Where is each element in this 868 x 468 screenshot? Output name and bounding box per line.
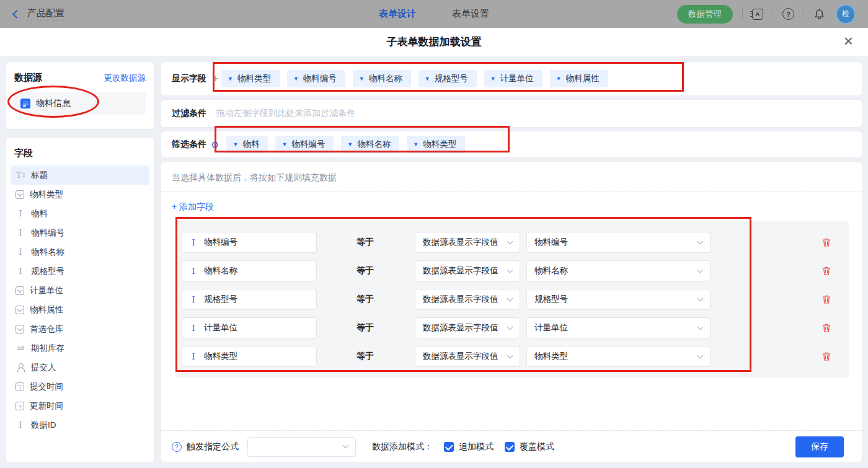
datasource-item[interactable]: 物料信息 <box>14 92 146 115</box>
delete-row-icon[interactable] <box>822 266 831 276</box>
save-button[interactable]: 保存 <box>795 436 844 457</box>
text-field-icon <box>188 237 198 247</box>
datasource-title: 数据源 <box>14 72 42 84</box>
chevron-down-icon <box>698 352 704 358</box>
operator-label: 等于 <box>356 294 415 305</box>
operator-label: 等于 <box>356 265 415 276</box>
field-tag[interactable]: ▼ 物料类型 <box>221 70 280 87</box>
field-type-icon <box>16 209 25 219</box>
field-tag-label: 物料类型 <box>237 73 271 84</box>
field-type-icon <box>16 267 25 276</box>
source-select[interactable]: 数据源表显示字段值 <box>415 232 520 253</box>
field-list-item[interactable]: 物料 <box>11 204 149 223</box>
tab-form-design[interactable]: 表单设计 <box>379 8 416 20</box>
address-book-icon[interactable]: A <box>752 9 763 20</box>
field-list-item[interactable]: 物料属性 <box>11 300 149 319</box>
delete-row-icon[interactable] <box>822 323 831 333</box>
overwrite-mode-label: 覆盖模式 <box>520 441 554 453</box>
text-field-icon <box>188 351 198 361</box>
field-type-icon <box>16 228 25 238</box>
modal-header: 子表单数据加载设置 × <box>0 28 868 56</box>
field-tag[interactable]: ▼ 物料编号 <box>275 136 334 153</box>
tab-form-settings[interactable]: 表单设置 <box>452 8 489 20</box>
checkbox-checked-icon[interactable] <box>444 442 454 452</box>
source-select[interactable]: 数据源表显示字段值 <box>415 289 520 310</box>
target-select-value: 计量单位 <box>534 322 568 333</box>
field-tag-label: 物料 <box>242 139 259 150</box>
field-type-icon <box>16 402 24 410</box>
target-select[interactable]: 物料编号 <box>526 232 711 253</box>
fields-panel: 字段 标题 物料类型 <box>5 137 155 463</box>
field-tag[interactable]: ▼ 规格型号 <box>418 70 477 87</box>
field-list-item[interactable]: 数据ID <box>11 415 149 435</box>
delete-row-icon[interactable] <box>822 294 831 304</box>
field-list-item[interactable]: 物料编号 <box>11 223 149 242</box>
sidebar: 数据源 更改数据源 物料信息 字段 标题 <box>5 61 155 463</box>
back-button[interactable]: 产品配置 <box>14 7 64 21</box>
datasource-item-label: 物料信息 <box>36 98 71 109</box>
mapping-field-input[interactable]: 物料编号 <box>182 232 317 253</box>
field-list: 标题 物料类型 物料 <box>11 166 149 435</box>
help-circle-icon[interactable]: ? <box>172 442 182 452</box>
field-list-item[interactable]: 物料名称 <box>11 242 149 262</box>
overwrite-mode-option[interactable]: 覆盖模式 <box>505 441 554 453</box>
field-list-item[interactable]: 物料类型 <box>11 185 149 204</box>
help-icon[interactable]: ? <box>782 8 794 20</box>
target-select[interactable]: 计量单位 <box>526 317 711 338</box>
mapping-field-label: 规格型号 <box>204 294 237 305</box>
source-select[interactable]: 数据源表显示字段值 <box>415 260 520 281</box>
mapping-field-input[interactable]: 规格型号 <box>182 289 317 310</box>
delete-row-icon[interactable] <box>822 237 831 247</box>
mapping-field-label: 物料类型 <box>204 351 237 362</box>
data-manage-button[interactable]: 数据管理 <box>677 5 733 24</box>
field-list-item[interactable]: 标题 <box>11 166 149 185</box>
field-tag[interactable]: ▼ 物料类型 <box>407 136 465 153</box>
change-datasource-link[interactable]: 更改数据源 <box>104 73 146 84</box>
chevron-down-icon <box>698 238 704 244</box>
close-icon[interactable]: × <box>844 33 853 49</box>
mapping-field-input[interactable]: 物料名称 <box>182 260 317 281</box>
source-select[interactable]: 数据源表显示字段值 <box>415 317 520 338</box>
field-list-item[interactable]: 期初库存 <box>11 338 149 358</box>
user-avatar[interactable]: 检 <box>837 6 854 23</box>
field-type-icon <box>16 286 24 295</box>
add-field-link[interactable]: + 添加字段 <box>161 192 225 221</box>
chevron-down-icon <box>698 267 704 273</box>
checkbox-checked-icon[interactable] <box>505 442 515 452</box>
field-list-item[interactable]: 首选仓库 <box>11 319 149 338</box>
mapping-field-input[interactable]: 物料类型 <box>182 346 317 367</box>
filter-drop-zone[interactable]: 拖动左侧字段到此处来添加过滤条件 <box>216 108 355 119</box>
field-tag[interactable]: ▼ 物料编号 <box>287 70 345 87</box>
field-list-item[interactable]: 提交人 <box>11 358 149 377</box>
bell-icon[interactable] <box>813 8 825 20</box>
target-select[interactable]: 规格型号 <box>526 289 711 310</box>
delete-row-icon[interactable] <box>822 351 831 361</box>
formula-select[interactable] <box>247 437 356 457</box>
field-list-item[interactable]: 提交时间 <box>11 377 149 396</box>
chevron-down-icon <box>507 238 513 244</box>
field-list-item[interactable]: 计量单位 <box>11 281 149 300</box>
topbar-right: 数据管理 A ? 检 <box>677 5 854 24</box>
field-item-label: 提交人 <box>31 362 56 373</box>
append-mode-option[interactable]: 追加模式 <box>444 441 494 453</box>
field-tag[interactable]: ▼ 物料属性 <box>550 70 608 87</box>
gear-icon[interactable]: ⚙ <box>211 140 219 149</box>
display-fields-label: 显示字段 <box>172 73 208 84</box>
rule-hint: 当选择具体数据后，将按如下规则填充数据 <box>161 162 862 192</box>
field-list-item[interactable]: 更新时间 <box>11 396 149 415</box>
source-select-value: 数据源表显示字段值 <box>423 322 498 333</box>
target-select[interactable]: 物料类型 <box>526 346 711 367</box>
caret-down-icon: ▼ <box>556 76 562 82</box>
divider <box>804 9 804 19</box>
field-tag[interactable]: ▼ 计量单位 <box>484 70 542 87</box>
field-item-label: 计量单位 <box>30 285 63 296</box>
field-tag[interactable]: ▼ 物料 <box>226 136 268 153</box>
field-tag[interactable]: ▼ 物料名称 <box>353 70 411 87</box>
target-select-value: 物料编号 <box>534 237 568 248</box>
mapping-field-input[interactable]: 计量单位 <box>182 317 317 338</box>
source-select[interactable]: 数据源表显示字段值 <box>415 346 520 367</box>
add-display-field-icon[interactable]: + <box>213 73 221 84</box>
field-tag[interactable]: ▼ 物料名称 <box>341 136 399 153</box>
field-list-item[interactable]: 规格型号 <box>11 262 149 281</box>
target-select[interactable]: 物料名称 <box>526 260 711 281</box>
